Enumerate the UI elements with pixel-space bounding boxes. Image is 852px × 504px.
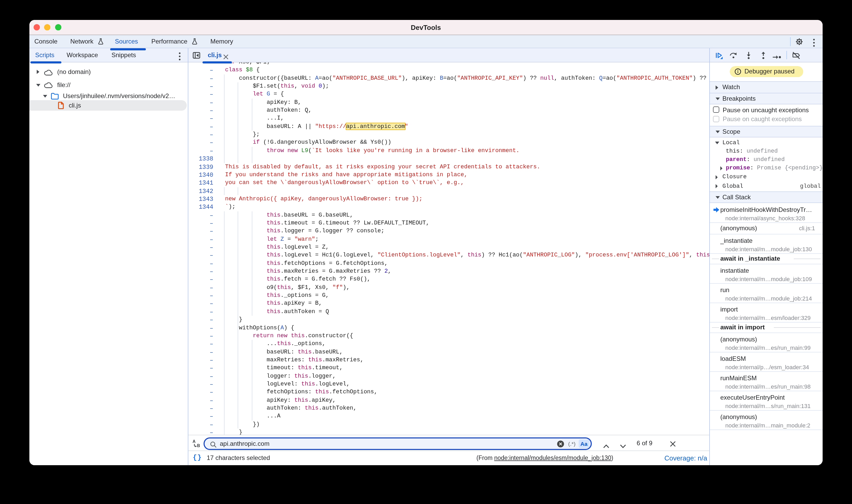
svg-text:A: A <box>192 439 195 444</box>
svg-text:B: B <box>197 444 200 448</box>
